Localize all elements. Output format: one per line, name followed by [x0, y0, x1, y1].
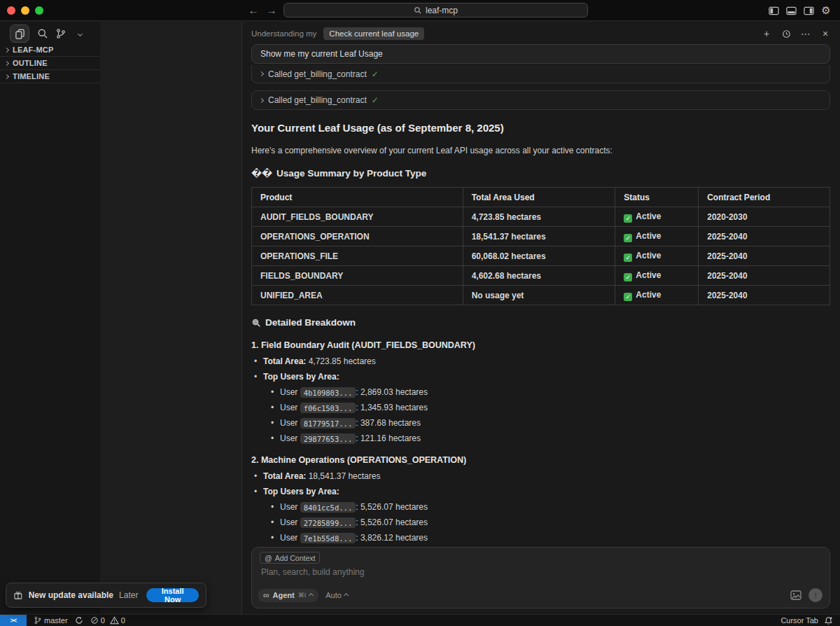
problems-indicator[interactable]: 0 0	[90, 616, 125, 625]
chat-tab-bar: Understanding my Check current leaf usag…	[251, 25, 832, 41]
bell-icon[interactable]	[824, 616, 833, 625]
list-item-user: User 4b109803...: 2,869.03 hectares	[268, 387, 830, 398]
chat-tab-understanding[interactable]: Understanding my	[251, 29, 316, 38]
cell-product: AUDIT_FIELDS_BOUNDARY	[252, 207, 463, 227]
close-chat-icon[interactable]: ×	[819, 27, 832, 40]
status-bar: >< master 0 0 Cursor Tab	[0, 614, 840, 626]
infinity-icon: ∞	[263, 590, 270, 600]
user-id-code: 81779517...	[300, 418, 356, 429]
active-check-icon: ✓	[624, 253, 632, 262]
cell-period: 2025-2040	[699, 227, 830, 246]
explorer-files-icon[interactable]	[10, 25, 29, 43]
active-check-icon: ✓	[624, 214, 632, 223]
editor-area	[100, 22, 241, 614]
attach-image-icon[interactable]	[790, 590, 802, 600]
cell-product: OPERATIONS_OPERATION	[252, 227, 463, 246]
sync-changes-button[interactable]	[75, 616, 83, 625]
zoom-window-button[interactable]	[35, 6, 43, 15]
tool-call-label: Called get_billing_contract	[268, 95, 367, 105]
cell-status: ✓Active	[615, 266, 699, 286]
list-item-user: User 29877653...: 121.16 hectares	[268, 433, 830, 444]
branch-name: master	[44, 616, 68, 625]
tool-call-get-billing-contract-2[interactable]: Called get_billing_contract ✓	[251, 90, 830, 110]
sidebar-section-leaf-mcp[interactable]: LEAF-MCP	[0, 43, 100, 57]
agent-label: Agent	[273, 591, 295, 599]
more-options-icon[interactable]: ⋯	[799, 27, 812, 40]
chat-input-placeholder: Plan, search, build anything	[261, 567, 364, 577]
tool-call-get-billing-contract-1[interactable]: Called get_billing_contract ✓	[251, 65, 830, 83]
later-button[interactable]: Later	[119, 590, 138, 600]
chat-scroll-area[interactable]: Show me my current Leaf Usage Called get…	[251, 43, 830, 545]
response-title: Your Current Leaf Usage (as of September…	[251, 121, 830, 135]
more-views-chevron-icon[interactable]	[70, 25, 90, 43]
user-id-code: 27285899...	[300, 517, 356, 528]
table-row: AUDIT_FIELDS_BOUNDARY 4,723.85 hectares …	[252, 207, 830, 227]
list-item-total-area: Total Area: 4,723.85 hectares	[251, 356, 830, 367]
install-now-button[interactable]: Install Now	[146, 588, 199, 602]
list-item-user: User f06c1503...: 1,345.93 hectares	[268, 402, 830, 413]
notification-message: New update available	[29, 590, 113, 600]
active-check-icon: ✓	[624, 293, 632, 301]
sidebar-section-timeline[interactable]: TIMELINE	[0, 70, 100, 83]
cell-status: ✓Active	[615, 227, 699, 246]
toggle-bottom-panel-icon[interactable]	[785, 5, 797, 16]
source-control-icon[interactable]	[51, 25, 71, 43]
add-context-button[interactable]: @ Add Context	[260, 552, 320, 564]
breakdown-heading: Detailed Breakdown	[251, 317, 830, 329]
list-item-user: User 7e1b55d8...: 3,826.12 hectares	[268, 532, 830, 543]
usage-summary-table: Product Total Area Used Status Contract …	[251, 187, 830, 305]
chat-tab-check-leaf-usage[interactable]: Check current leaf usage	[323, 27, 424, 40]
activity-bar	[0, 24, 100, 43]
model-label: Auto	[326, 591, 342, 599]
agent-mode-selector[interactable]: ∞ Agent ⌘I	[258, 589, 318, 602]
search-value: leaf-mcp	[426, 6, 458, 15]
chat-history-icon[interactable]	[780, 28, 792, 39]
warning-icon	[110, 616, 119, 625]
branch-icon	[34, 616, 42, 625]
list-item-top-users: Top Users by Area: User 8401cc5d...: 5,5…	[251, 486, 830, 543]
user-id-code: 29877653...	[300, 433, 356, 444]
cell-area: 4,602.68 hectares	[463, 266, 615, 286]
toggle-right-panel-icon[interactable]	[803, 5, 814, 16]
list-item-user: User 81779517...: 387.68 hectares	[268, 417, 830, 429]
title-bar: ← → leaf-mcp ⚙	[0, 0, 840, 21]
user-message: Show me my current Leaf Usage	[251, 44, 830, 64]
close-window-button[interactable]	[7, 6, 15, 15]
replacement-char-icon: ��	[251, 167, 272, 180]
search-sidebar-icon[interactable]	[33, 25, 52, 43]
cell-area: 4,723.85 hectares	[463, 207, 615, 227]
git-branch-indicator[interactable]: master	[34, 616, 68, 625]
cell-period: 2020-2030	[699, 207, 830, 227]
sidebar-section-outline[interactable]: OUTLINE	[0, 57, 100, 70]
table-header-row: Product Total Area Used Status Contract …	[252, 188, 830, 207]
cursor-tab-status[interactable]: Cursor Tab	[780, 616, 818, 625]
settings-gear-icon[interactable]: ⚙	[820, 5, 832, 16]
chevron-right-icon	[4, 60, 9, 65]
table-row: FIELDS_BOUNDARY 4,602.68 hectares ✓Activ…	[252, 266, 830, 286]
cell-area: No usage yet	[463, 286, 615, 305]
cell-product: FIELDS_BOUNDARY	[252, 266, 463, 286]
magnifier-icon	[251, 318, 261, 328]
remote-indicator[interactable]: ><	[0, 615, 27, 626]
chevron-up-icon	[344, 592, 349, 597]
model-selector[interactable]: Auto	[326, 591, 348, 599]
chat-input-box[interactable]: @ Add Context Plan, search, build anythi…	[251, 547, 830, 608]
back-button[interactable]: ←	[246, 3, 260, 18]
cell-product: OPERATIONS_FILE	[252, 246, 463, 266]
new-chat-button[interactable]: +	[760, 27, 773, 40]
add-context-label: Add Context	[275, 554, 316, 562]
warning-count: 0	[121, 616, 125, 625]
user-message-text: Show me my current Leaf Usage	[260, 49, 383, 59]
active-check-icon: ✓	[624, 234, 632, 242]
toggle-left-panel-icon[interactable]	[768, 5, 779, 16]
error-count: 0	[101, 616, 105, 625]
response-intro: Here's a comprehensive overview of your …	[251, 145, 830, 156]
chevron-up-icon	[309, 592, 314, 597]
forward-button[interactable]: →	[265, 3, 279, 18]
minimize-window-button[interactable]	[21, 6, 29, 15]
command-search-bar[interactable]: leaf-mcp	[284, 3, 588, 18]
send-button[interactable]: ↑	[808, 588, 822, 602]
update-notification: New update available Later Install Now	[6, 583, 206, 608]
section-label: TIMELINE	[13, 72, 50, 81]
section-2-title: 2. Machine Operations (OPERATIONS_OPERAT…	[251, 454, 830, 466]
